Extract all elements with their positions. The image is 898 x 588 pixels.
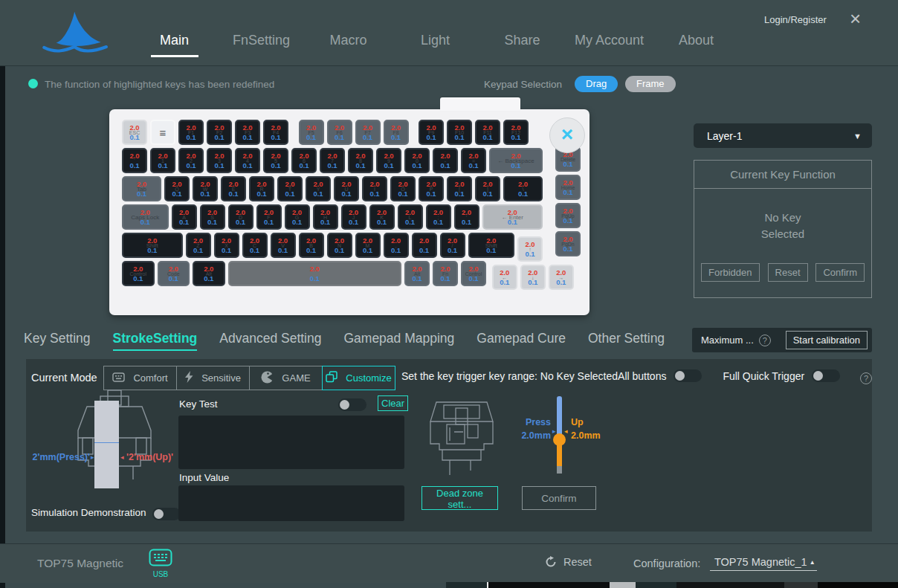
key-y[interactable]: Y2.00.1 (306, 176, 331, 201)
key-caps-lock[interactable]: Caps Lock2.00.1 (122, 204, 169, 230)
dead-zone-settings-button[interactable]: Dead zone sett... (421, 486, 498, 510)
subtab-advanced-setting[interactable]: Advanced Setting (219, 331, 321, 351)
key-n[interactable]: N2.00.1 (327, 233, 352, 258)
input-value-area[interactable] (178, 485, 404, 521)
nav-tab-about[interactable]: About (653, 33, 740, 57)
key--[interactable]: →2.00.1 (549, 265, 574, 290)
key-tab[interactable]: Tab2.00.1 (122, 176, 161, 201)
key--[interactable]: [2.00.1 (447, 176, 472, 201)
key--[interactable]: ;2.00.1 (426, 204, 451, 230)
key--[interactable]: .2.00.1 (412, 233, 437, 258)
key-space[interactable]: 2.00.1 (228, 261, 402, 286)
key-l[interactable]: L2.00.1 (398, 204, 423, 230)
key-f9[interactable]: F92.00.1 (419, 120, 444, 145)
volume-knob[interactable]: × (549, 117, 585, 153)
key-f[interactable]: F2.00.1 (256, 204, 282, 230)
key-a[interactable]: A2.00.1 (172, 204, 197, 230)
forbidden-button[interactable]: Forbidden (701, 263, 760, 282)
key-m[interactable]: M2.00.1 (355, 233, 381, 258)
clear-button[interactable]: Clear (378, 395, 408, 411)
key--[interactable]: /2.00.1 (440, 233, 465, 258)
key-pgdn[interactable]: PgDn2.00.1 (555, 231, 581, 256)
key-8[interactable]: 82.00.1 (348, 148, 373, 173)
key--[interactable]: -2.00.1 (433, 148, 458, 173)
key--[interactable]: \2.00.1 (503, 176, 543, 201)
key-home[interactable]: Home2.00.1 (555, 175, 581, 200)
configuration-selector[interactable]: TOP75 Magnetic_1 ▲ (710, 556, 817, 571)
key--[interactable]: ↓2.00.1 (520, 265, 546, 290)
key-f7[interactable]: F72.00.1 (355, 120, 381, 145)
nav-tab-main[interactable]: Main (131, 33, 218, 57)
key-f12[interactable]: F122.00.1 (503, 120, 529, 145)
key--[interactable]: '2.00.1 (454, 204, 479, 230)
key-f3[interactable]: F32.00.1 (235, 120, 260, 145)
key-3[interactable]: 32.00.1 (207, 148, 232, 173)
key-fn[interactable]: Fn2.00.1 (433, 261, 458, 286)
simulation-demo-toggle[interactable] (152, 508, 181, 520)
key-j[interactable]: J2.00.1 (341, 204, 366, 230)
key-z[interactable]: Z2.00.1 (186, 233, 211, 258)
mode-comfort-button[interactable]: Comfort (103, 366, 177, 390)
key-i[interactable]: I2.00.1 (362, 176, 387, 201)
key--[interactable]: ]2.00.1 (475, 176, 500, 201)
key-p[interactable]: P2.00.1 (419, 176, 444, 201)
subtab-other-setting[interactable]: Other Setting (588, 331, 665, 351)
key-g[interactable]: G2.00.1 (285, 204, 310, 230)
nav-tab-macro[interactable]: Macro (305, 33, 392, 57)
key-e[interactable]: E2.00.1 (221, 176, 246, 201)
nav-tab-share[interactable]: Share (479, 33, 566, 57)
key--[interactable]: ≡ (150, 120, 175, 145)
key-7[interactable]: 72.00.1 (320, 148, 345, 173)
key-r[interactable]: R2.00.1 (249, 176, 274, 201)
key-b[interactable]: B2.00.1 (299, 233, 324, 258)
key--[interactable]: ←2.00.1 (492, 265, 517, 290)
key-f6[interactable]: F62.00.1 (327, 120, 352, 145)
key-u[interactable]: U2.00.1 (334, 176, 359, 201)
subtab-key-setting[interactable]: Key Setting (24, 331, 91, 351)
confirm-key-button[interactable]: Confirm (815, 263, 865, 282)
key-f2[interactable]: F22.00.1 (207, 120, 232, 145)
key--[interactable]: ↑2.00.1 (517, 236, 543, 262)
key-d[interactable]: D2.00.1 (228, 204, 253, 230)
reset-config-button[interactable]: Reset (545, 556, 592, 568)
key-2[interactable]: 22.00.1 (178, 148, 204, 173)
layer-dropdown[interactable]: Layer-1 ▼ (694, 123, 872, 148)
key-f10[interactable]: F102.00.1 (447, 120, 472, 145)
key-4[interactable]: 42.00.1 (235, 148, 260, 173)
key-f8[interactable]: F82.00.1 (384, 120, 409, 145)
mode-sensitive-button[interactable]: Sensitive (176, 366, 250, 390)
key-test-toggle[interactable] (338, 398, 366, 411)
key-s[interactable]: S2.00.1 (200, 204, 225, 230)
nav-tab-my-account[interactable]: My Account (566, 33, 653, 57)
key-control[interactable]: Control2.00.1 (461, 261, 486, 286)
help-icon[interactable]: ? (759, 335, 771, 346)
start-calibration-button[interactable]: Start calibration (786, 331, 868, 349)
nav-tab-light[interactable]: Light (392, 33, 479, 57)
key-test-area[interactable] (178, 416, 404, 469)
key-shift[interactable]: Shift2.00.1 (122, 233, 183, 258)
key--backspace[interactable]: ← Backspace2.00.1 (489, 148, 543, 173)
key-1[interactable]: 12.00.1 (150, 148, 175, 173)
key-k[interactable]: K2.00.1 (369, 204, 395, 230)
key-v[interactable]: V2.00.1 (271, 233, 296, 258)
key--enter[interactable]: ← Enter2.00.1 (482, 204, 543, 230)
mode-game-button[interactable]: GAME (249, 366, 323, 390)
key-shift[interactable]: Shift2.00.1 (468, 233, 515, 258)
key-f5[interactable]: F52.00.1 (299, 120, 324, 145)
frame-button[interactable]: Frame (625, 76, 676, 92)
key-o[interactable]: O2.00.1 (390, 176, 416, 201)
mode-customize-button[interactable]: Customize (322, 366, 395, 390)
key-w[interactable]: W2.00.1 (193, 176, 218, 201)
close-icon[interactable]: × (850, 9, 861, 28)
key-f4[interactable]: F42.00.1 (263, 120, 288, 145)
travel-slider[interactable] (557, 396, 562, 474)
key-control[interactable]: Control2.00.1 (122, 261, 155, 286)
key-esc[interactable]: ESC2.00.1 (122, 120, 147, 145)
key-6[interactable]: 62.00.1 (291, 148, 317, 173)
key-h[interactable]: H2.00.1 (313, 204, 338, 230)
full-quick-trigger-toggle[interactable] (812, 369, 840, 382)
subtab-strokesetting[interactable]: StrokeSetting (113, 331, 198, 351)
key-f11[interactable]: F112.00.1 (475, 120, 500, 145)
subtab-gamepad-cure[interactable]: Gamepad Cure (477, 331, 566, 351)
nav-tab-fnsetting[interactable]: FnSetting (218, 33, 305, 57)
